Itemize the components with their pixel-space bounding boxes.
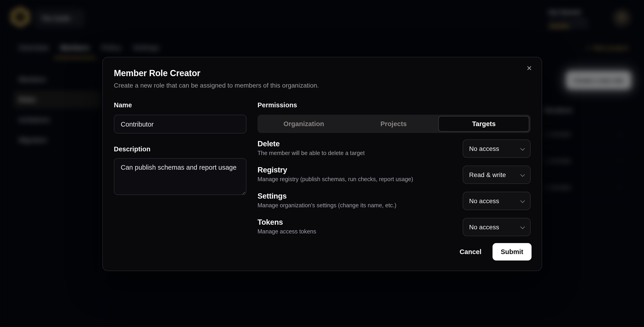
permission-description: Manage access tokens (258, 228, 316, 235)
tab-organization[interactable]: Organization (259, 116, 348, 132)
permission-row-delete: Delete The member will be able to delete… (258, 139, 530, 158)
permissions-tabstrip: Organization Projects Targets (258, 115, 530, 133)
permission-row-settings: Settings Manage organization's settings … (258, 192, 530, 210)
dialog-title: Member Role Creator (114, 68, 530, 78)
chevron-down-icon (520, 198, 525, 203)
permission-title: Registry (258, 166, 413, 174)
registry-access-select[interactable]: Read & write (463, 166, 530, 184)
role-description-textarea[interactable]: Can publish schemas and report usage (114, 158, 246, 195)
settings-access-select[interactable]: No access (463, 192, 530, 210)
tokens-access-select[interactable]: No access (463, 218, 530, 236)
permission-description: Manage registry (publish schemas, run ch… (258, 176, 413, 183)
screen: The Guild Get Started 4 of 7 tasks compl… (0, 0, 644, 327)
permission-description: The member will be able to delete a targ… (258, 150, 365, 156)
tab-targets[interactable]: Targets (438, 116, 529, 132)
permission-description: Manage organization's settings (change i… (258, 202, 396, 209)
chevron-down-icon (520, 146, 525, 150)
role-name-input[interactable] (114, 115, 246, 133)
cancel-button[interactable]: Cancel (453, 243, 488, 261)
close-icon[interactable]: ✕ (524, 63, 534, 73)
dialog-subtitle: Create a new role that can be assigned t… (114, 82, 530, 89)
member-role-creator-dialog: ✕ Member Role Creator Create a new role … (102, 57, 542, 271)
chevron-down-icon (520, 224, 525, 229)
submit-button[interactable]: Submit (492, 243, 532, 261)
permission-title: Delete (258, 139, 365, 148)
permission-title: Tokens (258, 218, 316, 227)
name-label: Name (114, 101, 132, 109)
chevron-down-icon (520, 172, 525, 177)
permissions-label: Permissions (258, 101, 297, 109)
permission-row-registry: Registry Manage registry (publish schema… (258, 166, 530, 184)
delete-access-select[interactable]: No access (463, 139, 530, 158)
permission-title: Settings (258, 192, 396, 200)
permission-row-tokens: Tokens Manage access tokens No access (258, 218, 530, 236)
tab-projects[interactable]: Projects (348, 116, 438, 132)
description-label: Description (114, 145, 246, 153)
